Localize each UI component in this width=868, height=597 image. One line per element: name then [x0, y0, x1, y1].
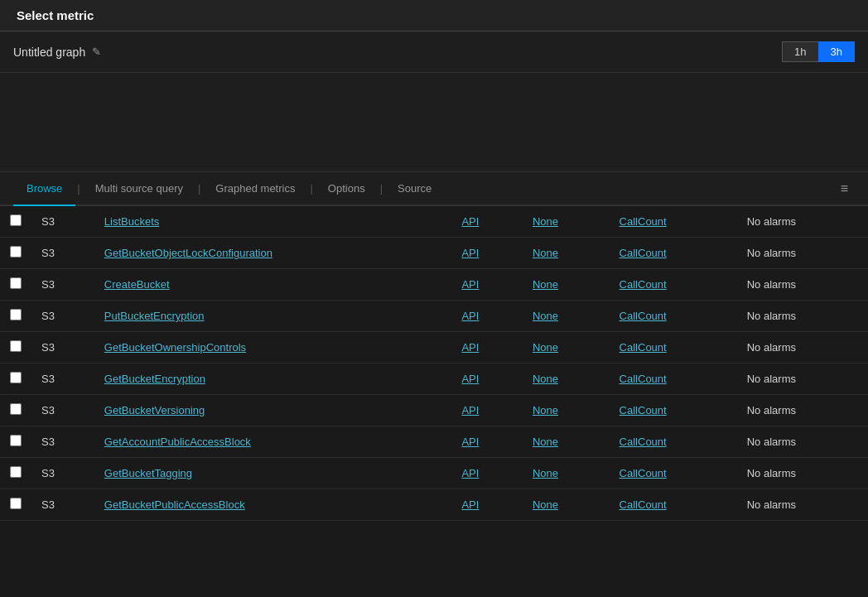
alarm-cell: No alarms	[737, 238, 868, 269]
tab-multi-source[interactable]: Multi source query	[82, 172, 196, 206]
table-row: S3 PutBucketEncryption API None CallCoun…	[0, 301, 868, 332]
row-checkbox-5[interactable]	[10, 372, 22, 383]
metric-name-cell[interactable]: GetBucketTagging	[94, 458, 452, 489]
namespace-cell: S3	[31, 206, 94, 238]
none-cell[interactable]: None	[523, 332, 610, 363]
metric-name-cell[interactable]: GetBucketPublicAccessBlock	[94, 489, 452, 521]
callcount-cell[interactable]: CallCount	[610, 395, 737, 426]
table-row: S3 GetBucketEncryption API None CallCoun…	[0, 363, 868, 395]
tab-graphed-metrics[interactable]: Graphed metrics	[202, 172, 308, 206]
callcount-cell[interactable]: CallCount	[610, 238, 737, 269]
row-checkbox-7[interactable]	[10, 435, 22, 446]
row-checkbox-cell[interactable]	[0, 426, 31, 458]
metric-name-cell[interactable]: GetAccountPublicAccessBlock	[94, 426, 452, 458]
metric-name-cell[interactable]: GetBucketObjectLockConfiguration	[94, 238, 452, 269]
none-cell[interactable]: None	[523, 301, 610, 332]
time-3h-button[interactable]: 3h	[818, 41, 855, 62]
namespace-cell: S3	[31, 332, 94, 363]
tab-source[interactable]: Source	[384, 172, 445, 206]
alarm-cell: No alarms	[737, 269, 868, 301]
none-cell[interactable]: None	[523, 363, 610, 395]
time-1h-button[interactable]: 1h	[782, 41, 817, 62]
row-checkbox-cell[interactable]	[0, 301, 31, 332]
callcount-cell[interactable]: CallCount	[610, 269, 737, 301]
edit-icon[interactable]: ✎	[92, 46, 101, 58]
metric-name-cell[interactable]: PutBucketEncryption	[94, 301, 452, 332]
callcount-cell[interactable]: CallCount	[610, 206, 737, 238]
source-cell[interactable]: API	[451, 458, 522, 489]
source-cell[interactable]: API	[451, 238, 522, 269]
dialog-title: Select metric	[17, 8, 94, 22]
metrics-table: S3 ListBuckets API None CallCount No ala…	[0, 206, 868, 521]
metric-name-cell[interactable]: CreateBucket	[94, 269, 452, 301]
menu-icon[interactable]: ≡	[834, 175, 855, 203]
graph-header: Untitled graph ✎ 1h 3h	[0, 31, 868, 73]
source-cell[interactable]: API	[451, 332, 522, 363]
row-checkbox-cell[interactable]	[0, 332, 31, 363]
namespace-cell: S3	[31, 238, 94, 269]
tab-sep-3: |	[310, 182, 312, 195]
row-checkbox-8[interactable]	[10, 466, 22, 478]
row-checkbox-cell[interactable]	[0, 489, 31, 521]
none-cell[interactable]: None	[523, 238, 610, 269]
row-checkbox-cell[interactable]	[0, 395, 31, 426]
row-checkbox-0[interactable]	[10, 214, 22, 226]
source-cell[interactable]: API	[451, 301, 522, 332]
source-cell[interactable]: API	[451, 269, 522, 301]
table-row: S3 GetAccountPublicAccessBlock API None …	[0, 426, 868, 458]
row-checkbox-cell[interactable]	[0, 269, 31, 301]
callcount-cell[interactable]: CallCount	[610, 301, 737, 332]
metric-name-cell[interactable]: GetBucketOwnershipControls	[94, 332, 452, 363]
row-checkbox-4[interactable]	[10, 340, 22, 352]
none-cell[interactable]: None	[523, 206, 610, 238]
alarm-cell: No alarms	[737, 458, 868, 489]
metric-name-cell[interactable]: GetBucketVersioning	[94, 395, 452, 426]
row-checkbox-2[interactable]	[10, 277, 22, 289]
namespace-cell: S3	[31, 301, 94, 332]
alarm-cell: No alarms	[737, 332, 868, 363]
source-cell[interactable]: API	[451, 206, 522, 238]
tab-browse[interactable]: Browse	[13, 172, 75, 206]
alarm-cell: No alarms	[737, 489, 868, 521]
table-row: S3 GetBucketPublicAccessBlock API None C…	[0, 489, 868, 521]
table-row: S3 GetBucketOwnershipControls API None C…	[0, 332, 868, 363]
namespace-cell: S3	[31, 458, 94, 489]
none-cell[interactable]: None	[523, 458, 610, 489]
alarm-cell: No alarms	[737, 301, 868, 332]
none-cell[interactable]: None	[523, 395, 610, 426]
tabs-bar: Browse | Multi source query | Graphed me…	[0, 172, 868, 206]
callcount-cell[interactable]: CallCount	[610, 332, 737, 363]
callcount-cell[interactable]: CallCount	[610, 458, 737, 489]
callcount-cell[interactable]: CallCount	[610, 489, 737, 521]
top-bar: Select metric	[0, 0, 868, 31]
metric-name-cell[interactable]: ListBuckets	[94, 206, 452, 238]
row-checkbox-3[interactable]	[10, 309, 22, 320]
source-cell[interactable]: API	[451, 363, 522, 395]
namespace-cell: S3	[31, 426, 94, 458]
table-row: S3 CreateBucket API None CallCount No al…	[0, 269, 868, 301]
none-cell[interactable]: None	[523, 426, 610, 458]
source-cell[interactable]: API	[451, 489, 522, 521]
row-checkbox-6[interactable]	[10, 403, 22, 415]
row-checkbox-cell[interactable]	[0, 458, 31, 489]
source-cell[interactable]: API	[451, 426, 522, 458]
callcount-cell[interactable]: CallCount	[610, 363, 737, 395]
table-row: S3 ListBuckets API None CallCount No ala…	[0, 206, 868, 238]
tab-sep-1: |	[77, 182, 80, 195]
none-cell[interactable]: None	[523, 489, 610, 521]
row-checkbox-cell[interactable]	[0, 206, 31, 238]
row-checkbox-9[interactable]	[10, 498, 22, 509]
none-cell[interactable]: None	[523, 269, 610, 301]
alarm-cell: No alarms	[737, 395, 868, 426]
namespace-cell: S3	[31, 395, 94, 426]
tab-options[interactable]: Options	[315, 172, 379, 206]
callcount-cell[interactable]: CallCount	[610, 426, 737, 458]
graph-title: Untitled graph	[13, 46, 85, 59]
table-row: S3 GetBucketVersioning API None CallCoun…	[0, 395, 868, 426]
metric-name-cell[interactable]: GetBucketEncryption	[94, 363, 452, 395]
row-checkbox-cell[interactable]	[0, 363, 31, 395]
row-checkbox-1[interactable]	[10, 246, 22, 258]
time-controls: 1h 3h	[782, 41, 855, 62]
row-checkbox-cell[interactable]	[0, 238, 31, 269]
source-cell[interactable]: API	[451, 395, 522, 426]
